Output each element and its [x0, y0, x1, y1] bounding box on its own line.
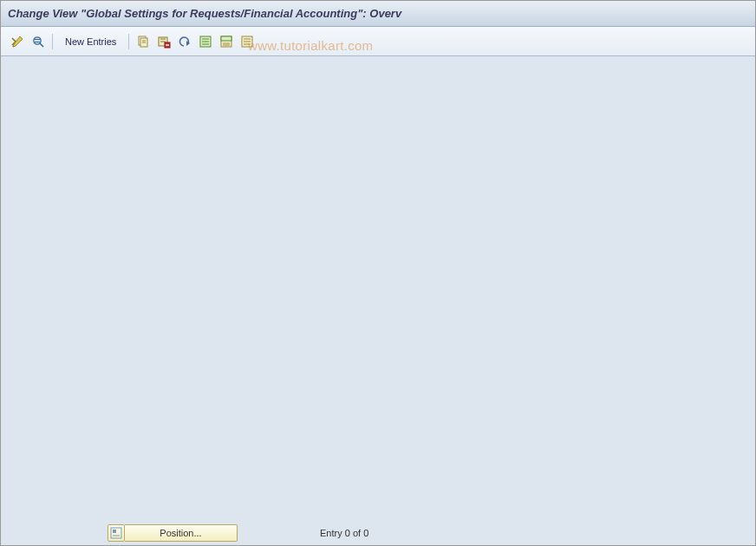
undo-icon[interactable]	[175, 32, 194, 51]
svg-rect-3	[35, 42, 40, 42]
copy-as-icon[interactable]	[134, 32, 153, 51]
footer-bar: Position... Entry 0 of 0	[1, 521, 755, 545]
svg-line-1	[40, 43, 43, 47]
new-entries-button[interactable]: New Entries	[57, 32, 124, 51]
detail-view-icon[interactable]	[29, 32, 48, 51]
title-bar: Change View "Global Settings for Request…	[1, 1, 755, 27]
delete-icon[interactable]	[154, 32, 173, 51]
position-label: Position...	[160, 528, 201, 538]
position-button[interactable]: Position...	[125, 524, 238, 542]
new-entries-label: New Entries	[65, 36, 116, 47]
page-title: Change View "Global Settings for Request…	[8, 7, 401, 20]
content-area: Position... Entry 0 of 0	[1, 56, 755, 545]
deselect-all-icon[interactable]	[238, 32, 257, 51]
entry-status-text: Entry 0 of 0	[320, 528, 368, 538]
svg-point-0	[34, 36, 41, 43]
position-icon[interactable]	[108, 524, 125, 542]
toolbar-separator	[128, 34, 129, 49]
select-all-icon[interactable]	[196, 32, 215, 51]
select-block-icon[interactable]	[217, 32, 236, 51]
toggle-display-change-icon[interactable]	[8, 32, 27, 51]
svg-rect-19	[221, 36, 231, 41]
svg-rect-2	[35, 39, 40, 40]
toolbar-separator	[52, 34, 53, 49]
svg-rect-27	[113, 530, 116, 533]
app-toolbar: New Entries	[1, 27, 755, 56]
